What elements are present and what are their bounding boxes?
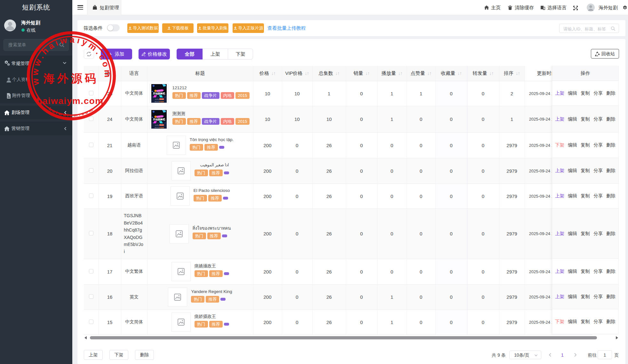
svg-text:联合出品: 联合出品 (155, 127, 159, 128)
svg-text:开始跳舞吧: 开始跳舞吧 (153, 118, 165, 121)
svg-text:全民星计划: 全民星计划 (156, 90, 163, 92)
svg-text:合作平台: 合作平台 (155, 124, 159, 126)
svg-text:海外源码: 海外源码 (159, 99, 163, 100)
svg-text:HAIWAI: HAIWAI (161, 102, 163, 103)
svg-text:联合出品: 联合出品 (155, 101, 159, 102)
svg-text:全民星计划: 全民星计划 (156, 116, 163, 117)
svg-text:HAIWAI: HAIWAI (161, 128, 163, 129)
svg-text:haiwaiym.com: haiwaiym.com (36, 96, 103, 106)
svg-text:合作平台: 合作平台 (155, 99, 159, 100)
svg-text:开始跳舞吧: 开始跳舞吧 (153, 92, 165, 95)
svg-text:海外源码: 海外源码 (43, 72, 99, 85)
svg-text:海外源码: 海外源码 (159, 124, 163, 126)
